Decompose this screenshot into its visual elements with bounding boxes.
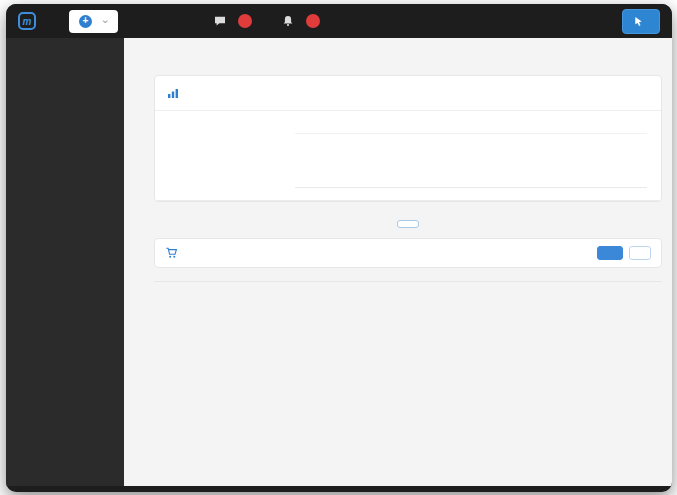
recent-orders-title [165, 247, 185, 259]
new-notification-link[interactable] [282, 14, 320, 28]
bar-chart [295, 117, 647, 200]
chart-bars [295, 117, 647, 188]
recent-orders-panel [154, 238, 662, 268]
app-window: m + › [6, 4, 672, 492]
cart-icon [165, 247, 178, 259]
app-body [6, 38, 672, 486]
orders-actions [597, 246, 651, 260]
chart-x-labels [295, 188, 647, 200]
stats-bars-icon [167, 87, 179, 99]
main-content [124, 38, 672, 486]
statistics-header [155, 76, 661, 111]
users-online-block [155, 117, 295, 200]
chart-row [155, 111, 661, 200]
statistics-panel [154, 75, 662, 202]
plus-icon: + [79, 15, 92, 28]
comment-icon [214, 15, 226, 27]
notification-count-badge [306, 14, 320, 28]
statistics-title [167, 87, 186, 99]
comment-count-badge [238, 14, 252, 28]
chevron-down-icon: › [100, 19, 111, 23]
add-new-order-button[interactable] [629, 246, 651, 260]
cursor-icon [633, 16, 644, 27]
add-new-button[interactable]: + › [69, 10, 118, 33]
topbar: m + › [6, 4, 672, 38]
orders-table [154, 281, 662, 282]
live-edit-button[interactable] [622, 9, 660, 34]
show-more-button[interactable] [397, 220, 419, 228]
topbar-links [214, 14, 320, 28]
bell-icon [282, 15, 294, 27]
show-more-wrap [154, 210, 662, 228]
brand: m [18, 12, 43, 30]
new-comment-link[interactable] [214, 14, 252, 28]
sidebar [6, 38, 124, 486]
microweber-logo-icon: m [18, 12, 36, 30]
stats-summary-row [155, 200, 661, 201]
go-to-orders-button[interactable] [597, 246, 623, 260]
